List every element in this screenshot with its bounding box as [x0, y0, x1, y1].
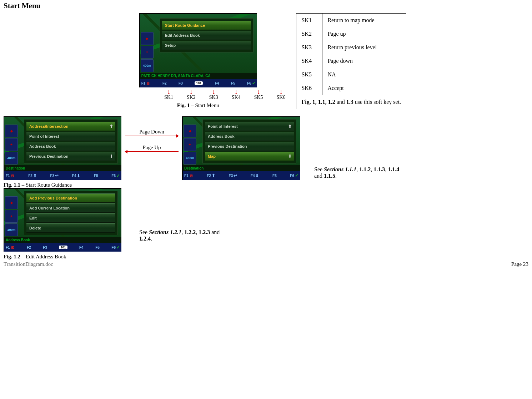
arrow-up-icon: ⬆ — [212, 173, 215, 178]
table-row: SK6Accept — [296, 81, 406, 95]
f6-label: F6 — [247, 81, 251, 85]
return-icon: ↩ — [234, 173, 237, 178]
sk-label: SK4 — [232, 95, 241, 100]
page-title: Start Menu — [4, 1, 528, 10]
arrow-down-icon: ⬇ — [288, 154, 292, 159]
sk-label: SK6 — [277, 95, 286, 100]
menu-item-start-route[interactable]: Start Route Guidance — [162, 21, 251, 30]
menu-item[interactable]: Add Current Location — [26, 203, 115, 213]
arrow-down-icon: ↓ — [257, 88, 260, 95]
status-bar: Address Book — [4, 237, 121, 243]
menu-item[interactable]: Previous Destination⬇ — [26, 152, 115, 161]
compass-icon: ✦ — [141, 46, 154, 59]
scale-indicator: 400m — [5, 223, 18, 236]
close-icon: ⦻ — [11, 245, 15, 250]
arrow-right-icon — [125, 136, 179, 136]
page-up-label: Page Up — [142, 145, 161, 151]
gps-screen-fig11a: ◆ ✦ 400m Address/Intersection⬆ Point of … — [4, 116, 121, 180]
f2-label: F2 — [162, 81, 167, 85]
route-shield: 101 — [59, 246, 67, 249]
menu-item[interactable]: Address/Intersection⬆ — [26, 122, 115, 131]
menu-item-setup[interactable]: Setup — [162, 41, 251, 50]
footer-doc-name: TransitionDiagram.doc — [4, 261, 53, 267]
arrow-up-icon: ⬆ — [33, 173, 37, 178]
gps-screen-fig12: ◆ ✦ 400m Add Previous Destination Add Cu… — [4, 188, 121, 252]
f4-label: F4 — [215, 81, 219, 85]
table-row: Fig. 1, 1.1, 1.2 and 1.3 use this soft k… — [296, 95, 406, 109]
see-sections-2: See Sections 1.2.1, 1.2.2, 1.2.3 and 1.2… — [139, 229, 229, 242]
check-icon: ✓ — [116, 245, 120, 250]
arrow-down-icon: ↓ — [279, 88, 283, 95]
status-bar: Destination — [4, 165, 121, 171]
gps-icon: ◆ — [5, 196, 18, 209]
sk-label: SK3 — [209, 95, 218, 100]
gps-screen-fig11b: ◆ ✦ 400m Point of Interest⬆ Address Book… — [182, 116, 300, 180]
sk-label: SK5 — [254, 95, 263, 100]
status-bar: PATRICK HENRY DR, SANTA CLARA, CA — [140, 73, 257, 79]
menu-panel: Point of Interest⬆ Address Book Previous… — [202, 119, 296, 163]
figure-1-caption: Fig. 1 – Start Menu — [177, 102, 219, 108]
menu-panel: Add Previous Destination Add Current Loc… — [24, 191, 118, 235]
route-shield: 101 — [195, 81, 203, 85]
table-row: SK2Page up — [296, 27, 406, 41]
softkey-footnote: Fig. 1, 1.1, 1.2 and 1.3 use this soft k… — [296, 95, 406, 109]
function-key-bar: F1⦻ F2 F3 101 F4 F5 F6✓ — [140, 79, 257, 87]
table-row: SK1Return to map mode — [296, 14, 406, 27]
compass-icon: ✦ — [184, 138, 196, 151]
return-icon: ↩ — [55, 173, 59, 178]
close-icon: ⦻ — [11, 173, 15, 178]
page-down-label: Page Down — [139, 129, 164, 135]
status-bar: Destination — [183, 165, 300, 171]
footer-page-number: Page 23 — [511, 261, 528, 267]
menu-item[interactable]: Point of Interest — [26, 132, 115, 141]
arrow-down-icon: ↓ — [167, 88, 170, 95]
menu-item[interactable]: Previous Destination — [205, 142, 294, 151]
arrow-down-icon: ⬇ — [110, 154, 113, 159]
arrow-left-icon — [125, 151, 179, 152]
softkey-arrow-row: ↓SK1 ↓SK2 ↓SK3 ↓SK4 ↓SK5 ↓SK6 — [111, 88, 285, 100]
menu-item-edit-address-book[interactable]: Edit Address Book — [162, 31, 251, 40]
f5-label: F5 — [231, 81, 235, 85]
figure-11-caption: Fig. 1.1 – Start Route Guidance — [4, 182, 121, 188]
scale-indicator: 400m — [184, 152, 196, 165]
arrow-down-icon: ↓ — [212, 88, 215, 95]
menu-item[interactable]: Address Book — [26, 142, 115, 151]
compass-icon: ✦ — [5, 210, 18, 223]
close-icon: ⦻ — [189, 173, 194, 178]
gps-icon: ◆ — [5, 125, 18, 137]
paging-arrows: Page Down Page Up — [121, 116, 182, 152]
page-footer: TransitionDiagram.doc Page 23 — [4, 261, 528, 267]
menu-item[interactable]: Edit — [26, 213, 115, 223]
arrow-down-icon: ⬇ — [77, 173, 80, 178]
check-icon: ✓ — [116, 173, 120, 178]
close-icon: ⦻ — [146, 81, 150, 86]
function-key-bar: F1 ⦻ F2 F3 101 F4 F5 F6 ✓ — [4, 243, 121, 252]
arrow-up-icon: ⬆ — [288, 124, 292, 129]
menu-panel: Start Route Guidance Edit Address Book S… — [160, 18, 254, 52]
figure-1-block: ◆ ✦ 400m Start Route Guidance Edit Addre… — [111, 13, 285, 108]
arrow-down-icon: ⬇ — [255, 173, 259, 178]
menu-item[interactable]: Point of Interest⬆ — [205, 122, 294, 131]
arrow-down-icon: ↓ — [234, 88, 238, 95]
gps-icon: ◆ — [184, 125, 196, 137]
function-key-bar: F1 ⦻ F2 ⬆ F3 ↩ F4 ⬇ F5 F6 ✓ — [183, 171, 300, 180]
scale-indicator: 400m — [141, 59, 154, 72]
softkey-table: SK1Return to map mode SK2Page up SK3Retu… — [296, 13, 406, 109]
menu-item[interactable]: Address Book — [205, 132, 294, 141]
figure-12-caption: Fig. 1.2 – Edit Address Book — [4, 254, 121, 260]
sk-label: SK1 — [164, 95, 173, 100]
menu-panel: Address/Intersection⬆ Point of Interest … — [24, 119, 118, 163]
menu-item[interactable]: Delete — [26, 223, 115, 233]
see-sections-1: See Sections 1.1.1, 1.1.2, 1.1.3, 1.1.4 … — [314, 166, 403, 179]
arrow-down-icon: ↓ — [189, 88, 193, 95]
gps-icon: ◆ — [141, 32, 154, 45]
sk-label: SK2 — [187, 95, 196, 100]
table-row: SK4Page down — [296, 54, 406, 68]
table-row: SK5NA — [296, 68, 406, 81]
function-key-bar: F1 ⦻ F2 ⬆ F3 ↩ F4 ⬇ F5 F6 ✓ — [4, 171, 121, 180]
menu-item[interactable]: Add Previous Destination — [26, 193, 115, 203]
check-icon: ✓ — [295, 173, 298, 178]
scale-indicator: 400m — [5, 152, 18, 165]
menu-item[interactable]: Map⬇ — [205, 152, 294, 161]
f1-label: F1 — [141, 81, 146, 85]
